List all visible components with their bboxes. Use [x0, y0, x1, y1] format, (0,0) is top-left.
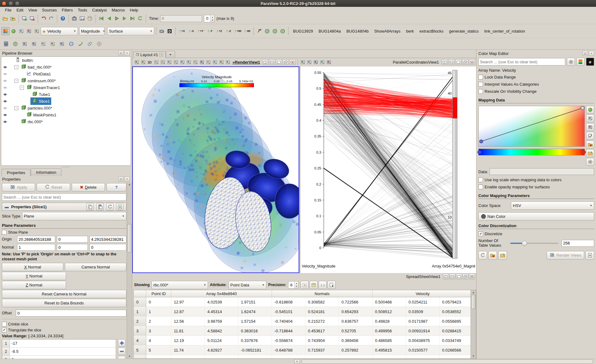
auto-apply-icon[interactable]: [585, 251, 594, 260]
export-spreadsheet-icon[interactable]: [327, 281, 336, 289]
opacity-function-editor[interactable]: [478, 106, 585, 147]
visibility-eye-icon[interactable]: [1, 79, 9, 83]
table-cell[interactable]: 12.19: [171, 336, 205, 345]
advanced-gear-icon[interactable]: [586, 158, 594, 166]
calculator-icon[interactable]: [1, 39, 11, 48]
detach-view-icon[interactable]: [462, 59, 468, 65]
render-settings-icon[interactable]: D: [166, 27, 174, 35]
vcr-next-icon[interactable]: [121, 15, 129, 22]
close-view-icon[interactable]: [290, 59, 296, 65]
representation-combo[interactable]: Surface▼: [107, 27, 154, 35]
group-datasets-icon[interactable]: [85, 39, 94, 48]
menu-item-file[interactable]: File: [2, 7, 14, 13]
table-cell[interactable]: 0.654293: [339, 307, 372, 316]
table-cell[interactable]: 4.37373: [205, 355, 238, 359]
range-value-icon[interactable]: [118, 356, 125, 359]
mode-3d-icon[interactable]: 3D: [147, 59, 153, 65]
properties-search-input[interactable]: [2, 193, 126, 201]
macro-button[interactable]: BUG13929: [290, 28, 316, 35]
clip-icon[interactable]: [20, 39, 29, 48]
table-cell[interactable]: 4: [146, 336, 171, 345]
copy-properties-icon[interactable]: [86, 203, 94, 210]
table-cell[interactable]: 0.453617: [305, 326, 339, 335]
camera-normal-button[interactable]: Camera Normal: [65, 263, 126, 271]
table-cell[interactable]: 0.0538552: [440, 307, 473, 316]
table-cell[interactable]: 0.49828: [372, 317, 406, 326]
table-cell[interactable]: 0.524181: [305, 307, 339, 316]
pipeline-item[interactable]: −Slice1: [1, 98, 131, 105]
rescale-visible-range-icon[interactable]: [25, 27, 33, 35]
table-cell[interactable]: -0.718644: [272, 326, 305, 335]
render-view[interactable]: Velocity Magnitude 0.000e+000.140.290.43…: [132, 66, 299, 273]
rescale-custom-range-icon[interactable]: [586, 115, 594, 122]
menu-item-sources[interactable]: Sources: [39, 7, 59, 13]
layout-tab-close-icon[interactable]: ×: [160, 53, 163, 57]
table-cell[interactable]: 0.499956: [372, 326, 406, 335]
frame-spinner[interactable]: 0▲▼: [204, 15, 214, 22]
properties-undock-icon[interactable]: ◱: [118, 177, 124, 182]
table-cell[interactable]: 0.308582: [305, 297, 339, 307]
window-close-button[interactable]: [2, 1, 7, 6]
table-cell[interactable]: 1: [146, 307, 171, 316]
pipeline-item[interactable]: −Tube1: [1, 91, 131, 98]
precision-spinner[interactable]: 6 ▲▼: [288, 281, 299, 289]
y-normal-button[interactable]: Y Normal: [2, 272, 66, 280]
edit-scalar-bar-icon[interactable]: e: [586, 58, 594, 66]
pipeline-item[interactable]: −builtin:: [1, 57, 131, 64]
slice-type-combo[interactable]: Plane▼: [22, 212, 126, 220]
visibility-eye-icon[interactable]: [1, 65, 9, 70]
invert-transfer-functions-icon[interactable]: [586, 132, 594, 140]
adjust-camera-icon[interactable]: [319, 59, 326, 65]
restore-defaults-icon[interactable]: [106, 203, 114, 210]
glyph-icon[interactable]: [57, 39, 66, 48]
table-cell[interactable]: -0.545101: [272, 307, 305, 316]
origin-y-field[interactable]: [57, 236, 88, 243]
interactive-select-points-icon[interactable]: [212, 59, 218, 65]
table-row[interactable]: 3311.814.588420.363016-0.7186440.4536170…: [134, 326, 476, 336]
time-field[interactable]: 0: [160, 15, 202, 22]
select-points-frustum-icon[interactable]: [179, 59, 185, 65]
table-cell[interactable]: -0.618608: [272, 297, 305, 307]
table-cell[interactable]: 0.508512: [372, 307, 406, 316]
interactive-select-cells-icon[interactable]: [205, 59, 211, 65]
rescale-custom-range-icon[interactable]: [17, 27, 25, 35]
column-header[interactable]: Normals: [272, 290, 372, 297]
hover-points-icon[interactable]: [218, 59, 224, 65]
table-cell[interactable]: 0.0237914: [406, 355, 440, 359]
table-cell[interactable]: 0.52705: [339, 326, 372, 335]
offset-field[interactable]: [16, 310, 126, 317]
macro-button[interactable]: generate_statics: [446, 28, 481, 35]
table-cell[interactable]: 11.81: [171, 326, 205, 335]
table-cell[interactable]: 12.97: [171, 297, 205, 307]
table-cell[interactable]: 0.495815: [372, 345, 406, 355]
table-cell[interactable]: 12.43: [171, 355, 205, 359]
color-node-max[interactable]: [582, 150, 586, 154]
row-value[interactable]: -17: [10, 339, 116, 347]
properties-help-button[interactable]: ?: [106, 183, 126, 191]
table-cell[interactable]: 0.0334749: [440, 336, 473, 345]
visibility-eye-icon[interactable]: [1, 106, 9, 110]
properties-group-header[interactable]: ▬ Properties (Slice1): [2, 203, 126, 211]
table-row[interactable]: 6612.434.373731.20857-0.6075710.3662710.…: [134, 355, 476, 359]
triangulate-checkbox[interactable]: ✓: [2, 328, 7, 332]
macro-button[interactable]: BUG14804a: [316, 28, 344, 35]
table-row[interactable]: 1112.874.453141.62474-0.5451010.5241810.…: [134, 307, 476, 317]
cme-undock-icon[interactable]: ◱: [583, 51, 588, 56]
macro-button[interactable]: link_center_of_rotation: [481, 28, 528, 35]
table-cell[interactable]: -0.607571: [272, 355, 305, 359]
component-combo[interactable]: Magnitude▼: [79, 27, 105, 35]
visibility-eye-icon[interactable]: [1, 92, 9, 97]
table-cell[interactable]: 0.0150577: [406, 345, 440, 355]
table-cell[interactable]: 0.0254211: [406, 297, 440, 307]
table-cell[interactable]: 0.0579423: [440, 297, 473, 307]
window-maximize-button[interactable]: [15, 1, 20, 6]
import-preset-icon[interactable]: [586, 149, 594, 157]
vcr-loop-icon[interactable]: [136, 15, 144, 22]
table-cell[interactable]: 0.722566: [339, 297, 372, 307]
tab-information[interactable]: Information: [31, 169, 61, 176]
set-view-minusY-icon[interactable]: ↑-Y: [205, 27, 214, 35]
discretize-checkbox[interactable]: ✓: [478, 231, 483, 236]
log-scale-checkbox[interactable]: [478, 178, 483, 182]
color-node-min[interactable]: [477, 150, 481, 154]
table-cell[interactable]: 0.215272: [305, 317, 339, 326]
